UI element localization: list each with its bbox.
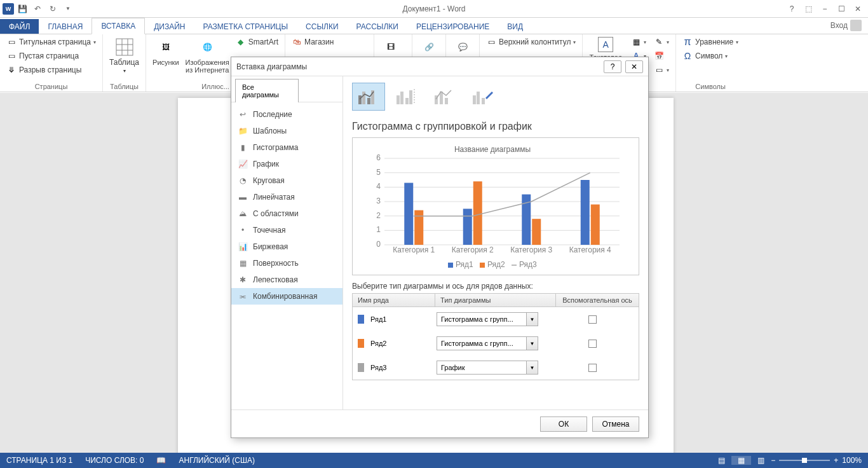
help-icon[interactable]: ? bbox=[784, 2, 799, 16]
sig-button[interactable]: ✎▾ bbox=[651, 36, 672, 48]
cover-page-button[interactable]: ▭Титульная страница▾ bbox=[4, 36, 98, 48]
series-row: Ряд3График▼ bbox=[353, 355, 639, 380]
tab-view[interactable]: ВИД bbox=[498, 19, 532, 34]
quickparts-button[interactable]: ▦▾ bbox=[628, 36, 649, 48]
undo-icon[interactable]: ↶ bbox=[31, 2, 44, 16]
status-proof-icon[interactable]: 📖 bbox=[150, 456, 172, 465]
cancel-button[interactable]: Отмена bbox=[592, 416, 639, 432]
tab-review[interactable]: РЕЦЕНЗИРОВАНИЕ bbox=[407, 19, 498, 34]
dialog-close-button[interactable]: ✕ bbox=[625, 60, 643, 73]
category-шаблоны[interactable]: 📁Шаблоны bbox=[231, 123, 342, 139]
category-icon: • bbox=[238, 225, 248, 235]
zoom-slider[interactable]: − + 100% bbox=[771, 456, 868, 465]
tab-insert[interactable]: ВСТАВКА bbox=[92, 18, 145, 34]
dialog-help-button[interactable]: ? bbox=[604, 60, 621, 73]
ok-button[interactable]: ОК bbox=[540, 416, 587, 432]
category-лепестковая[interactable]: ✱Лепестковая bbox=[231, 272, 342, 288]
table-icon bbox=[114, 37, 135, 57]
store-icon: 🛍 bbox=[292, 37, 302, 47]
secondary-axis-checkbox[interactable] bbox=[551, 315, 634, 324]
comment-button[interactable]: 💬 bbox=[450, 36, 475, 59]
page-break-button[interactable]: ⤋Разрыв страницы bbox=[4, 64, 98, 76]
group-label: Таблицы bbox=[107, 81, 142, 92]
category-круговая[interactable]: ◔Круговая bbox=[231, 172, 342, 189]
minimize-icon[interactable]: − bbox=[817, 2, 832, 16]
ribbon-display-icon[interactable]: ⬚ bbox=[801, 2, 816, 16]
table-button[interactable]: Таблица▾ bbox=[107, 36, 142, 76]
series-swatch bbox=[358, 363, 364, 372]
category-график[interactable]: 📈График bbox=[231, 156, 342, 172]
zoom-value[interactable]: 100% bbox=[842, 456, 862, 465]
series-type-combo[interactable]: Гистограмма с групп...▼ bbox=[437, 336, 538, 350]
date-button[interactable]: 📅 bbox=[651, 50, 672, 62]
save-icon[interactable]: 💾 bbox=[15, 2, 29, 16]
online-pictures-button[interactable]: 🌐Изображения из Интернета bbox=[183, 36, 232, 75]
video-button[interactable]: 🎞 bbox=[378, 36, 403, 59]
store-button[interactable]: 🛍Магазин bbox=[289, 36, 336, 48]
category-label: Лепестковая bbox=[253, 275, 298, 284]
subtype-custom[interactable] bbox=[466, 83, 499, 111]
zoom-handle[interactable] bbox=[802, 458, 807, 463]
category-icon: 📊 bbox=[238, 242, 248, 252]
secondary-axis-checkbox[interactable] bbox=[551, 340, 634, 348]
zoom-out-icon[interactable]: − bbox=[771, 456, 775, 465]
link-button[interactable]: 🔗 bbox=[416, 36, 442, 59]
secondary-axis-checkbox[interactable] bbox=[551, 364, 634, 372]
category-точечная[interactable]: •Точечная bbox=[231, 222, 342, 238]
globe-icon: 🌐 bbox=[197, 37, 217, 57]
zoom-track[interactable] bbox=[779, 460, 830, 461]
svg-rect-0 bbox=[116, 39, 133, 55]
category-гистограмма[interactable]: ▮Гистограмма bbox=[231, 139, 342, 156]
category-биржевая[interactable]: 📊Биржевая bbox=[231, 238, 342, 255]
category-поверхность[interactable]: ▦Поверхность bbox=[231, 255, 342, 272]
blank-page-button[interactable]: ▭Пустая страница bbox=[4, 50, 98, 62]
redo-icon[interactable]: ↻ bbox=[46, 2, 60, 16]
category-линейчатая[interactable]: ▬Линейчатая bbox=[231, 189, 342, 205]
svg-text:Название диаграммы: Название диаграммы bbox=[454, 145, 531, 154]
object-button[interactable]: ▭▾ bbox=[651, 64, 672, 76]
series-type-combo[interactable]: График▼ bbox=[437, 361, 538, 375]
tab-file[interactable]: ФАЙЛ bbox=[0, 19, 39, 34]
status-page[interactable]: СТРАНИЦА 1 ИЗ 1 bbox=[0, 456, 79, 465]
header-button[interactable]: ▭Верхний колонтитул▾ bbox=[484, 36, 578, 48]
status-language[interactable]: АНГЛИЙСКИЙ (США) bbox=[172, 456, 261, 465]
svg-rect-44 bbox=[581, 180, 590, 245]
equation-button[interactable]: πУравнение▾ bbox=[680, 36, 741, 48]
svg-text:Ряд3: Ряд3 bbox=[519, 260, 537, 269]
qat-customize-icon[interactable]: ▼ bbox=[61, 2, 75, 16]
sign-in[interactable]: Вход bbox=[824, 17, 868, 34]
status-words[interactable]: ЧИСЛО СЛОВ: 0 bbox=[79, 456, 150, 465]
all-charts-tab[interactable]: Все диаграммы bbox=[235, 79, 299, 102]
view-web-icon[interactable]: ▥ bbox=[751, 456, 771, 465]
chevron-down-icon: ▼ bbox=[526, 313, 538, 326]
category-комбинированная[interactable]: ⫘Комбинированная bbox=[231, 288, 342, 305]
subtype-combo-1[interactable] bbox=[352, 83, 385, 111]
tab-design[interactable]: ДИЗАЙН bbox=[145, 19, 194, 34]
series-table-header: Имя ряда Тип диаграммы Вспомогательная о… bbox=[353, 294, 639, 307]
view-print-icon[interactable]: ▦ bbox=[731, 456, 751, 465]
subtype-combo-3[interactable] bbox=[428, 83, 461, 111]
pictures-button[interactable]: 🖼Рисунки bbox=[150, 36, 182, 67]
word-app-icon: W bbox=[3, 3, 14, 15]
ribbon-tabs: ФАЙЛ ГЛАВНАЯ ВСТАВКА ДИЗАЙН РАЗМЕТКА СТР… bbox=[0, 18, 868, 34]
tab-pagelayout[interactable]: РАЗМЕТКА СТРАНИЦЫ bbox=[194, 19, 297, 34]
maximize-icon[interactable]: ☐ bbox=[834, 2, 849, 16]
category-последние[interactable]: ↩Последние bbox=[231, 106, 342, 123]
tab-mailings[interactable]: РАССЫЛКИ bbox=[348, 19, 407, 34]
smartart-button[interactable]: ◆SmartArt bbox=[233, 36, 281, 48]
series-name: Ряд1 bbox=[370, 315, 437, 323]
category-label: С областями bbox=[253, 209, 299, 218]
symbol-button[interactable]: ΩСимвол▾ bbox=[680, 50, 741, 62]
zoom-in-icon[interactable]: + bbox=[834, 456, 838, 465]
svg-text:1: 1 bbox=[376, 225, 381, 234]
close-icon[interactable]: ✕ bbox=[850, 2, 865, 16]
page-icon: ▭ bbox=[6, 51, 17, 61]
series-type-combo[interactable]: Гистограмма с групп...▼ bbox=[437, 312, 538, 326]
tab-references[interactable]: ССЫЛКИ bbox=[297, 19, 347, 34]
tab-home[interactable]: ГЛАВНАЯ bbox=[39, 19, 92, 34]
col-axis: Вспомогательная ось bbox=[556, 294, 639, 306]
category-label: Поверхность bbox=[253, 259, 299, 268]
view-read-icon[interactable]: ▤ bbox=[712, 456, 731, 465]
subtype-combo-2[interactable] bbox=[390, 83, 423, 111]
category-с областями[interactable]: ⛰С областями bbox=[231, 205, 342, 222]
